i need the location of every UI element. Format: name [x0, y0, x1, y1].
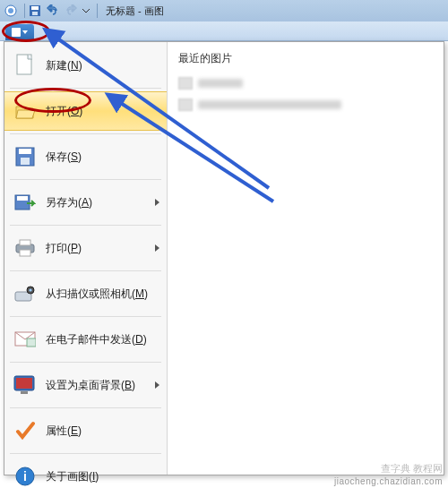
redo-icon[interactable] — [64, 4, 78, 18]
save-as-icon — [13, 191, 37, 214]
recent-file-item[interactable] — [178, 75, 433, 91]
printer-icon — [13, 236, 37, 260]
chevron-down-icon — [22, 30, 28, 34]
svg-rect-20 — [16, 378, 32, 389]
menu-item-label: 在电子邮件中发送(D) — [46, 332, 147, 347]
recent-file-item[interactable] — [178, 97, 433, 113]
recent-files-header: 最近的图片 — [178, 51, 433, 66]
menu-item-set-wallpaper[interactable]: 设置为桌面背景(B) — [4, 365, 167, 405]
menu-item-save-as[interactable]: 另存为(A) — [4, 183, 167, 222]
menu-item-from-scanner[interactable]: 从扫描仪或照相机(M) — [4, 274, 167, 313]
submenu-arrow-icon — [155, 381, 159, 389]
svg-rect-7 — [19, 149, 31, 154]
menu-item-label: 新建(N) — [46, 58, 82, 73]
menu-separator — [10, 362, 161, 363]
ribbon-bar — [0, 21, 448, 41]
menu-item-save[interactable]: 保存(S) — [4, 137, 167, 176]
qat-customize-icon[interactable] — [82, 4, 90, 18]
watermark-url: jiaocheng.chazidian.com — [334, 476, 443, 486]
svg-rect-13 — [20, 250, 30, 256]
file-menu-panel: 新建(N) 打开(O) 保存(S) 另存为(A) — [4, 41, 444, 475]
menu-item-label: 关于画图(I) — [46, 469, 99, 484]
email-icon — [13, 328, 37, 351]
recent-files-panel: 最近的图片 — [168, 42, 444, 475]
menu-separator — [10, 133, 161, 134]
recent-file-name — [198, 100, 341, 109]
menu-item-label: 属性(E) — [46, 424, 82, 439]
recent-file-thumb-icon — [178, 98, 193, 111]
properties-check-icon — [13, 419, 37, 442]
submenu-arrow-icon — [155, 244, 159, 252]
menu-item-print[interactable]: 打印(P) — [4, 228, 167, 268]
window-title: 无标题 - 画图 — [106, 4, 164, 18]
open-folder-icon — [13, 99, 37, 123]
new-file-icon — [13, 54, 37, 77]
svg-point-16 — [29, 288, 31, 291]
menu-item-about[interactable]: i 关于画图(I) — [4, 457, 167, 488]
svg-point-1 — [8, 8, 13, 13]
menu-separator — [10, 407, 161, 408]
file-menu-list: 新建(N) 打开(O) 保存(S) 另存为(A) — [4, 42, 168, 475]
info-icon: i — [13, 465, 37, 488]
menu-separator — [10, 316, 161, 317]
menu-item-label: 设置为桌面背景(B) — [46, 378, 135, 393]
undo-icon[interactable] — [46, 4, 60, 18]
menu-item-label: 从扫描仪或照相机(M) — [46, 287, 148, 302]
save-disk-icon — [13, 145, 37, 168]
svg-rect-3 — [31, 6, 39, 10]
menu-item-label: 另存为(A) — [46, 195, 92, 210]
menu-item-properties[interactable]: 属性(E) — [4, 411, 167, 450]
scanner-camera-icon — [13, 282, 37, 305]
svg-rect-18 — [27, 338, 36, 347]
menu-separator — [10, 225, 161, 226]
menu-separator — [10, 88, 161, 89]
menu-separator — [10, 453, 161, 454]
svg-rect-4 — [32, 12, 38, 15]
svg-rect-12 — [20, 240, 30, 245]
menu-item-label: 打开(O) — [46, 104, 82, 119]
menu-separator — [10, 179, 161, 180]
app-icon — [4, 4, 18, 18]
desktop-wallpaper-icon — [13, 373, 37, 397]
menu-separator — [10, 270, 161, 271]
qat-separator — [24, 4, 25, 18]
file-tab-icon — [12, 28, 21, 37]
menu-item-label: 打印(P) — [46, 241, 82, 256]
recent-file-thumb-icon — [178, 77, 193, 90]
watermark-text: 查字典 教程网 — [381, 462, 443, 475]
svg-rect-21 — [21, 391, 28, 394]
save-icon[interactable] — [28, 4, 42, 18]
svg-text:i: i — [23, 469, 27, 484]
menu-item-send-email[interactable]: 在电子邮件中发送(D) — [4, 320, 167, 359]
file-menu-tab[interactable] — [5, 24, 34, 40]
menu-item-open[interactable]: 打开(O) — [4, 91, 167, 131]
submenu-arrow-icon — [155, 199, 159, 206]
menu-item-new[interactable]: 新建(N) — [4, 46, 167, 85]
recent-file-name — [198, 79, 243, 88]
qat-separator — [97, 4, 98, 18]
svg-rect-10 — [17, 196, 28, 201]
menu-item-label: 保存(S) — [46, 150, 82, 165]
title-bar: 无标题 - 画图 — [0, 0, 448, 21]
svg-rect-8 — [21, 158, 30, 165]
